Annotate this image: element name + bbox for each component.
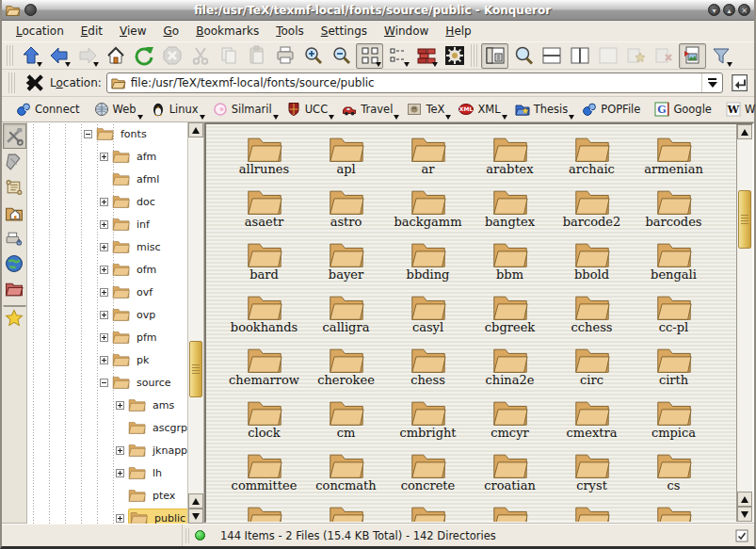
bookmark-silmaril[interactable]: Silmaril xyxy=(208,98,280,121)
dropdown-arrow-icon[interactable] xyxy=(329,115,334,120)
tree-item-ovf[interactable]: ovf xyxy=(27,281,187,303)
multicolumn-view-button[interactable] xyxy=(412,43,440,69)
folder-partial[interactable] xyxy=(551,499,633,522)
bookmark-google[interactable]: GGoogle xyxy=(650,98,719,121)
folder-bard[interactable]: bard xyxy=(223,235,305,288)
folder-circ[interactable]: circ xyxy=(551,341,633,394)
tree-expander-icon[interactable] xyxy=(116,446,124,455)
tree-expander-icon[interactable] xyxy=(100,379,108,387)
tree-item-public[interactable]: public xyxy=(27,507,187,524)
tree-expander-icon[interactable] xyxy=(84,130,92,138)
folder-bayer[interactable]: bayer xyxy=(305,235,387,288)
maximize-button[interactable]: ▴ xyxy=(723,4,735,16)
folder-asaetr[interactable]: asaetr xyxy=(223,183,305,235)
tree-scroll-down-icon[interactable] xyxy=(188,509,203,524)
dropdown-arrow-icon[interactable] xyxy=(376,62,381,67)
folder-calligra[interactable]: calligra xyxy=(305,288,387,341)
tree-item-ascgrp[interactable]: ascgrp xyxy=(27,416,187,439)
bookmarks-panel-button[interactable] xyxy=(3,149,26,174)
titlebar[interactable]: file:/usr/TeX/texmf-local/fonts/source/p… xyxy=(2,0,754,21)
bookmark-linux[interactable]: Linux xyxy=(146,98,206,121)
folder-cmpica[interactable]: cmpica xyxy=(633,394,715,446)
home-folder-panel-button[interactable] xyxy=(3,200,26,225)
tree-item-doc[interactable]: doc xyxy=(27,190,187,213)
bookmark-xml[interactable]: XMLXML xyxy=(454,98,507,121)
folder-partial[interactable] xyxy=(387,499,469,522)
tree-scrollbar-thumb[interactable] xyxy=(189,341,202,397)
tree-item-ofm[interactable]: ofm xyxy=(27,258,187,281)
folder-barcode2[interactable]: barcode2 xyxy=(551,183,633,235)
dropdown-arrow-icon[interactable] xyxy=(569,115,574,120)
view-scroll-up-icon[interactable] xyxy=(737,124,752,139)
tree-item-lh[interactable]: lh xyxy=(27,461,187,484)
tree-item-jknappen[interactable]: jknappen xyxy=(27,439,187,461)
folder-partial[interactable] xyxy=(305,499,387,522)
tree-item-ams[interactable]: ams xyxy=(27,394,187,416)
tree-expander-icon[interactable] xyxy=(100,198,108,206)
dropdown-arrow-icon[interactable] xyxy=(445,115,451,120)
folder-cmextra[interactable]: cmextra xyxy=(551,394,633,446)
split-view-top-bottom-button[interactable] xyxy=(538,43,565,69)
dropdown-arrow-icon[interactable] xyxy=(200,115,205,120)
configure-panel-button[interactable] xyxy=(3,123,26,149)
find-file-button[interactable] xyxy=(509,43,537,69)
tree-expander-icon[interactable] xyxy=(100,311,108,319)
folder-china2e[interactable]: china2e xyxy=(469,341,551,394)
folder-backgamm[interactable]: backgamm xyxy=(387,183,469,235)
menu-bookmarks[interactable]: Bookmarks xyxy=(187,22,267,40)
sticky-button[interactable] xyxy=(24,4,37,16)
print-button[interactable] xyxy=(271,43,298,69)
reload-button[interactable] xyxy=(130,43,157,69)
up-button[interactable] xyxy=(17,43,44,69)
use-index-html-button[interactable] xyxy=(679,43,706,69)
dropdown-arrow-icon[interactable] xyxy=(502,115,507,120)
tree-expander-icon[interactable] xyxy=(116,401,124,410)
tree-scrollbar[interactable] xyxy=(187,122,203,524)
folder-concrete[interactable]: concrete xyxy=(387,446,469,499)
bookmark-connect[interactable]: Connect xyxy=(11,98,88,121)
dropdown-arrow-icon[interactable] xyxy=(727,62,732,67)
go-icon[interactable] xyxy=(728,72,750,94)
menu-tools[interactable]: Tools xyxy=(267,22,313,40)
bookmark-ucc[interactable]: UCC xyxy=(281,98,335,121)
bookmark-star-panel-button[interactable] xyxy=(3,305,26,331)
tree-expander-icon[interactable] xyxy=(100,153,108,161)
tree-scroll-up-icon[interactable] xyxy=(188,122,203,137)
tree-item-fonts[interactable]: fonts xyxy=(27,122,187,145)
tree-item-afml[interactable]: afml xyxy=(27,168,187,190)
folder-partial[interactable] xyxy=(469,499,551,522)
history-panel-button[interactable] xyxy=(3,174,26,200)
folder-cs[interactable]: cs xyxy=(633,446,715,499)
view-scrollbar[interactable] xyxy=(736,124,752,522)
back-button[interactable] xyxy=(45,43,72,69)
dropdown-arrow-icon[interactable] xyxy=(404,62,410,67)
dropdown-arrow-icon[interactable] xyxy=(137,115,143,120)
folder-cryst[interactable]: cryst xyxy=(551,446,633,499)
location-toolbar-grip[interactable] xyxy=(8,73,15,93)
dropdown-arrow-icon[interactable] xyxy=(93,62,99,67)
tree-item-ptex[interactable]: ptex xyxy=(27,484,187,507)
folder-ar[interactable]: ar xyxy=(387,130,469,183)
folder-bangtex[interactable]: bangtex xyxy=(469,183,551,235)
tree-expander-icon[interactable] xyxy=(100,288,108,297)
tree-item-source[interactable]: source xyxy=(27,371,187,394)
menu-settings[interactable]: Settings xyxy=(313,22,376,40)
dropdown-arrow-icon[interactable] xyxy=(37,62,42,67)
tree-expander-icon[interactable] xyxy=(100,243,108,251)
folder-cmcyr[interactable]: cmcyr xyxy=(469,394,551,446)
split-view-left-right-button[interactable] xyxy=(566,43,593,69)
folder-clock[interactable]: clock xyxy=(223,394,305,446)
folder-bookhands[interactable]: bookhands xyxy=(223,288,305,341)
folder-apl[interactable]: apl xyxy=(305,130,387,183)
home-button[interactable] xyxy=(102,43,129,69)
folder-bbding[interactable]: bbding xyxy=(387,235,469,288)
folder-bbm[interactable]: bbm xyxy=(469,235,551,288)
bookmark-wikipedia[interactable]: WWikipedia xyxy=(721,98,756,121)
folder-cbgreek[interactable]: cbgreek xyxy=(469,288,551,341)
bookmark-popfile[interactable]: POPFile xyxy=(577,98,648,121)
minimize-button[interactable]: ▾ xyxy=(708,4,720,16)
folder-armenian[interactable]: armenian xyxy=(633,130,715,183)
menu-edit[interactable]: Edit xyxy=(72,22,111,40)
menu-window[interactable]: Window xyxy=(376,22,437,40)
folder-committee[interactable]: committee xyxy=(223,446,305,499)
